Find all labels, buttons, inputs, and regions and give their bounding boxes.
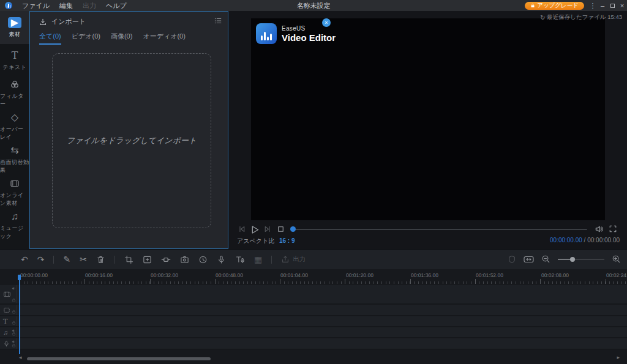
- mosaic-icon: ▦: [254, 254, 262, 264]
- timeline-tracks: T ♫: [0, 285, 627, 350]
- sidebar-item-online-media[interactable]: オンライン素材: [0, 176, 29, 209]
- text-track[interactable]: T: [0, 316, 627, 326]
- timecode-duration: 00:00:00.00: [587, 237, 620, 243]
- tab-audio[interactable]: オーディオ(0): [143, 32, 185, 45]
- mute-icon[interactable]: [12, 286, 16, 291]
- voiceover-track[interactable]: [0, 338, 627, 349]
- text-to-speech-icon[interactable]: [235, 255, 245, 264]
- volume-icon[interactable]: [595, 225, 604, 234]
- zoom-slider-thumb[interactable]: [570, 257, 575, 262]
- lock-icon: [530, 3, 535, 8]
- watermark-close-icon[interactable]: ×: [322, 18, 331, 27]
- previous-frame-icon[interactable]: [238, 225, 247, 234]
- speed-icon[interactable]: [161, 255, 171, 264]
- timeline-ruler[interactable]: 00:00:00.00 00:00:16.00 00:00:32.00 00:0…: [0, 269, 627, 285]
- playhead-handle[interactable]: [18, 275, 21, 280]
- close-icon[interactable]: ×: [617, 0, 627, 11]
- duration-icon[interactable]: [198, 255, 208, 264]
- sidebar-item-overlay[interactable]: ◇ オーバーレイ: [0, 110, 29, 143]
- toolbar-separator: [271, 256, 272, 264]
- menu-edit[interactable]: 編集: [54, 1, 78, 10]
- voiceover-track-header: [0, 338, 17, 349]
- history-icon: ↻: [540, 14, 545, 21]
- kebab-menu-icon[interactable]: ⋮: [588, 0, 598, 11]
- play-icon[interactable]: [249, 225, 260, 235]
- edit-icon[interactable]: ✎: [63, 254, 70, 264]
- sidebar-item-transition[interactable]: ⇆ 画面切替効果: [0, 143, 29, 176]
- import-button[interactable]: インポート: [39, 17, 86, 26]
- music-track-icon: ♫: [3, 329, 8, 336]
- redo-icon[interactable]: ↷: [37, 254, 45, 264]
- progress-slider[interactable]: [291, 229, 587, 230]
- undo-icon[interactable]: ↶: [21, 254, 28, 264]
- sidebar-item-label: 画面切替効果: [0, 158, 29, 174]
- import-dropzone[interactable]: ファイルをドラッグしてインポート: [52, 53, 211, 228]
- next-frame-icon[interactable]: [263, 225, 272, 234]
- delete-icon[interactable]: [96, 255, 105, 264]
- lock-icon[interactable]: [12, 321, 16, 325]
- sidebar-item-filter[interactable]: フィルター: [0, 77, 29, 110]
- aspect-ratio-value[interactable]: 16 : 9: [279, 237, 295, 244]
- pip-track[interactable]: [0, 305, 627, 315]
- watermark-logo-icon: [256, 23, 277, 44]
- export-icon: [281, 255, 290, 264]
- title-bar: ファイル 編集 出力 ヘルプ 名称未設定 アップグレード ⋮ – ×: [0, 0, 627, 11]
- sidebar-item-media[interactable]: ▶ 素材: [0, 11, 29, 44]
- scroll-right-icon[interactable]: ▸: [617, 354, 620, 360]
- aspect-ratio-label: アスペクト比: [237, 237, 274, 244]
- tab-video[interactable]: ビデオ(0): [72, 32, 100, 45]
- lock-icon[interactable]: [12, 332, 16, 336]
- recent-saved-status[interactable]: ↻ 最近保存したファイル 15:43: [540, 13, 622, 21]
- upgrade-button[interactable]: アップグレード: [525, 2, 584, 10]
- ruler-label: 00:01:04.00: [280, 272, 308, 278]
- media-tabs: 全て(0) ビデオ(0) 画像(0) オーディオ(0): [39, 32, 186, 45]
- maximize-icon[interactable]: [607, 0, 617, 11]
- timecode: 00:00:00.00 / 00:00:00.00: [550, 237, 620, 243]
- menu-file[interactable]: ファイル: [17, 1, 54, 10]
- record-voice-icon[interactable]: [217, 255, 226, 264]
- ruler-label: 00:01:20.00: [346, 272, 374, 278]
- app-window: ファイル 編集 出力 ヘルプ 名称未設定 アップグレード ⋮ – × ↻ 最近保…: [0, 0, 627, 364]
- music-track[interactable]: ♫: [0, 327, 627, 337]
- timecode-current: 00:00:00.00: [550, 237, 582, 243]
- cut-icon[interactable]: ✂: [80, 254, 87, 264]
- sidebar-item-text[interactable]: T テキスト: [0, 44, 29, 77]
- sidebar-item-music[interactable]: ♫ ミュージック: [0, 209, 29, 242]
- freeze-frame-icon[interactable]: [143, 255, 152, 264]
- transport-controls: [236, 225, 619, 234]
- import-icon: [39, 18, 47, 26]
- sidebar: ▶ 素材 T テキスト フィルター ◇ オーバーレイ ⇆ 画面切替効果: [0, 11, 29, 249]
- playhead-line[interactable]: [19, 275, 20, 354]
- scroll-left-icon[interactable]: ◂: [19, 354, 22, 360]
- ruler-label: 00:00:32.00: [151, 272, 178, 278]
- ruler-label: 00:02:24.00: [606, 272, 627, 278]
- tab-image[interactable]: 画像(0): [111, 32, 132, 45]
- stop-icon[interactable]: [276, 225, 285, 234]
- export-button: 出力: [281, 255, 306, 264]
- tab-all[interactable]: 全て(0): [39, 32, 61, 45]
- horizontal-scrollbar[interactable]: [27, 357, 211, 360]
- video-track-icon: [3, 291, 11, 299]
- lock-icon[interactable]: [12, 343, 16, 347]
- zoom-in-icon[interactable]: [612, 254, 621, 264]
- crop-icon[interactable]: [124, 255, 133, 264]
- timeline-zoom-slider[interactable]: [558, 259, 604, 260]
- lock-icon[interactable]: [12, 310, 16, 314]
- sidebar-item-label: テキスト: [3, 64, 27, 72]
- video-track-header: [0, 285, 17, 303]
- fullscreen-icon[interactable]: [609, 225, 617, 233]
- zoom-out-icon[interactable]: [541, 254, 550, 264]
- ruler-label: 00:01:36.00: [411, 272, 438, 278]
- watermark-product: Video Editor: [282, 32, 336, 43]
- snapshot-icon[interactable]: [180, 255, 189, 264]
- ruler-label: 00:00:00.00: [20, 272, 48, 278]
- list-view-icon[interactable]: [214, 17, 222, 25]
- progress-thumb[interactable]: [290, 226, 296, 232]
- minimize-icon[interactable]: –: [598, 0, 607, 11]
- fit-timeline-icon[interactable]: [524, 255, 534, 264]
- media-icon: ▶: [8, 17, 21, 28]
- sidebar-item-label: オーバーレイ: [0, 125, 29, 141]
- video-track[interactable]: [0, 285, 627, 303]
- lock-icon[interactable]: [12, 298, 16, 302]
- menu-help[interactable]: ヘルプ: [101, 1, 132, 10]
